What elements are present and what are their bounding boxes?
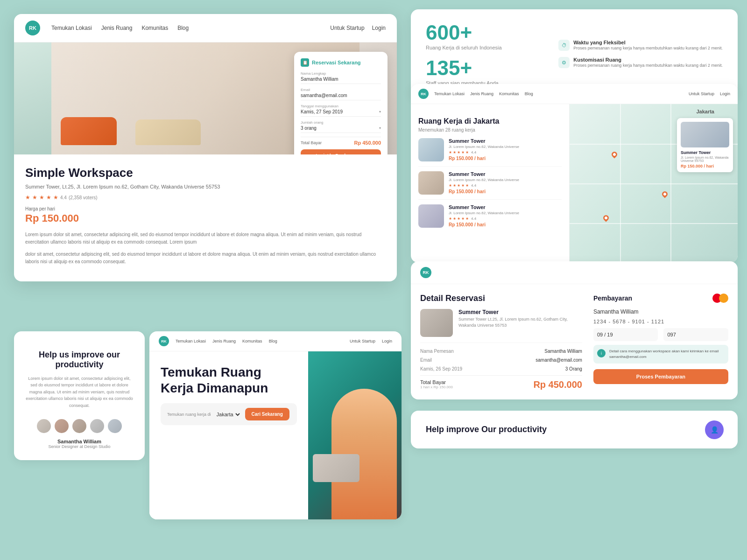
map-nav-komunitas[interactable]: Komunitas: [499, 91, 519, 96]
nav-links: Temukan Lokasi Jenis Ruang Komunitas Blo…: [51, 25, 319, 31]
booking-email-value: samantha@email.com: [301, 93, 381, 100]
booking-email-label: Email: [301, 88, 381, 92]
map-pin-1: [611, 151, 619, 159]
map-nav-startup[interactable]: Untuk Startup: [689, 91, 714, 96]
landing-nav-jenis[interactable]: Jenis Ruang: [212, 339, 236, 343]
detail-name-label: Nama Pemesan: [420, 349, 454, 354]
map-listing-3[interactable]: Summer Tower Jl. Lorem Ipsum no.62, Waka…: [418, 204, 562, 228]
hero-image-left: [14, 42, 51, 154]
payment-card-number: 1234 - 5678 - 9101 - 1121: [593, 319, 728, 324]
detail-item-image: [420, 309, 453, 337]
avatar-4: [89, 418, 105, 434]
map-subtitle: Menemukan 28 ruang kerja: [418, 127, 562, 133]
detail-date-label: Kamis, 26 Sep 2019: [420, 366, 462, 371]
booking-date-select[interactable]: Kamis, 27 Sep 2019 ▾: [301, 109, 381, 117]
nav-komunitas[interactable]: Komunitas: [141, 25, 168, 31]
detail-header: RK: [411, 261, 738, 284]
map-pin-2: [661, 190, 669, 198]
landing-hero-image: [308, 351, 402, 519]
listing-3-price: Rp 150.000 / hari: [449, 222, 562, 227]
detail-row-name: Nama Pemesan Samantha William: [420, 349, 582, 354]
detail-email-value: samantha@email.com: [536, 357, 582, 363]
detail-date-value: 3 Orang: [565, 366, 582, 371]
avatar-2: [54, 418, 70, 434]
listing-2-name: Summer Tower: [449, 171, 562, 177]
nav-logo: RK: [25, 21, 40, 35]
nav-jenis[interactable]: Jenis Ruang: [101, 25, 133, 31]
payment-expiry: 09 / 19: [593, 328, 658, 341]
landing-hero-title: Temukan Ruang Kerja Dimanapun: [161, 364, 297, 396]
nav-temukan[interactable]: Temukan Lokasi: [51, 25, 92, 31]
map-listing-1[interactable]: Summer Tower Jl. Lorem Ipsum no.62, Waka…: [418, 138, 562, 167]
booking-total-label: Total Bayar: [301, 140, 322, 145]
search-city-select[interactable]: Jakarta: [215, 411, 241, 418]
road-h3: [570, 223, 738, 224]
booking-people-label: Jumlah orang: [301, 120, 381, 125]
star-4: ★: [46, 194, 51, 201]
search-box[interactable]: Temukan ruang kerja di Jakarta Cari Seka…: [161, 403, 297, 425]
star-3: ★: [39, 194, 44, 201]
nav-blog[interactable]: Blog: [177, 25, 189, 31]
testimonial-person-name: Samantha William: [25, 439, 134, 444]
payment-row: 09 / 19 097: [593, 328, 728, 341]
nav-login[interactable]: Login: [372, 25, 386, 31]
hero-images: 📋 Reservasi Sekarang Nama Lengkap Samant…: [14, 42, 397, 154]
search-now-button[interactable]: Cari Sekarang: [245, 408, 289, 420]
landing-nav: RK Temukan Lokasi Jenis Ruang Komunitas …: [149, 331, 402, 351]
road-v2: [670, 104, 671, 263]
stats-row: 600+ Ruang Kerja di seluruh Indonesia 13…: [426, 22, 723, 86]
stat-135: 135+ Staff yang siap membantu Anda: [426, 58, 540, 86]
listing-3-addr: Jl. Lorem Ipsum no.62, Wakanda Universe: [449, 211, 562, 215]
detail-row-email: Email samantha@email.com: [420, 357, 582, 363]
detail-item: Summer Tower Summer Tower Lt.25, Jl. Lor…: [420, 309, 582, 343]
detail-left: Detail Reservasi Summer Tower Summer Tow…: [420, 294, 582, 390]
landing-body: Temukan Ruang Kerja Dimanapun Temukan ru…: [149, 351, 402, 519]
map-nav-temukan[interactable]: Temukan Lokasi: [434, 91, 465, 96]
booking-icon: 📋: [301, 58, 309, 67]
map-nav-jenis[interactable]: Jenis Ruang: [470, 91, 493, 96]
booking-name-label: Nama Lengkap: [301, 71, 381, 76]
landing-nav-startup[interactable]: Untuk Startup: [350, 339, 375, 343]
listing-3-info: Summer Tower Jl. Lorem Ipsum no.62, Waka…: [449, 204, 562, 228]
map-sidebar: Ruang Kerja di Jakarta Menemukan 28 ruan…: [411, 104, 570, 263]
landing-nav-login[interactable]: Login: [382, 339, 392, 343]
star-2: ★: [32, 194, 37, 201]
landing-nav-temukan[interactable]: Temukan Lokasi: [176, 339, 206, 343]
map-nav: RK Temukan Lokasi Jenis Ruang Komunitas …: [411, 84, 738, 104]
right-column: 600+ Ruang Kerja di seluruh Indonesia 13…: [406, 0, 742, 560]
stat-600: 600+ Ruang Kerja di seluruh Indonesia: [426, 22, 540, 50]
map-nav-blog[interactable]: Blog: [525, 91, 533, 96]
listing-1-price: Rp 150.000 / hari: [449, 156, 562, 161]
listing-1-stars: ★ ★ ★ ★ ★ 4.4: [449, 150, 562, 154]
road-v1: [620, 104, 621, 263]
booking-name-field: Nama Lengkap Samantha William: [301, 71, 381, 84]
info-icon: i: [597, 349, 606, 357]
booking-date-label: Tanggal menggunakan: [301, 104, 381, 108]
workspace-price: Rp 150.000: [25, 212, 386, 224]
map-popup-addr: Jl. Lorem Ipsum no.62, Wakanda Universe …: [681, 156, 729, 162]
detail-total-note: 1 hari x Rp 150.000: [420, 385, 453, 389]
map-title: Ruang Kerja di Jakarta: [418, 117, 562, 126]
landing-nav-komunitas[interactable]: Komunitas: [242, 339, 262, 343]
price-label: Harga per hari: [25, 206, 386, 211]
map-listing-2[interactable]: Summer Tower Jl. Lorem Ipsum no.62, Waka…: [418, 171, 562, 200]
detail-total-row: Total Bayar 1 hari x Rp 150.000 Rp 450.0…: [420, 375, 582, 390]
detail-total-value: Rp 450.000: [533, 379, 582, 390]
detail-item-addr: Summer Tower Lt.25, Jl. Lorem Ipsum no.6…: [458, 316, 582, 328]
testimonial-title: Help us improve our productivity: [25, 350, 134, 370]
payment-info-text: Detail cara menggunakan workspace akan k…: [609, 349, 725, 360]
map-area: Summer Tower Jl. Lorem Ipsum no.62, Waka…: [570, 104, 738, 263]
booking-people-select[interactable]: 3 orang ▾: [301, 126, 381, 133]
detail-right: Pembayaran Samantha William 1234 - 5678 …: [593, 294, 728, 390]
landing-nav-blog[interactable]: Blog: [269, 339, 277, 343]
process-payment-button[interactable]: Proses Pembayaran: [593, 369, 728, 384]
booking-email-field: Email samantha@email.com: [301, 88, 381, 100]
booking-submit-button[interactable]: Lanjut ke Pembayaran →: [301, 149, 381, 154]
map-nav-login[interactable]: Login: [720, 91, 730, 96]
nav-startup[interactable]: Untuk Startup: [330, 25, 364, 31]
detail-email-label: Email: [420, 357, 432, 363]
map-panel-inner: Ruang Kerja di Jakarta Menemukan 28 ruan…: [411, 104, 738, 263]
landing-panel: RK Temukan Lokasi Jenis Ruang Komunitas …: [149, 331, 402, 519]
listing-3-name: Summer Tower: [449, 204, 562, 210]
detail-item-name: Summer Tower: [458, 309, 582, 315]
